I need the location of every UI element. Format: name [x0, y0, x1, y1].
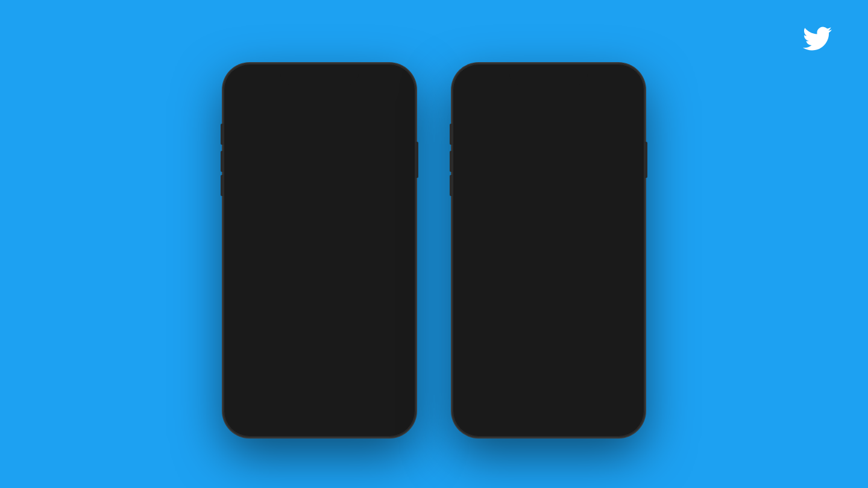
phone2-pinned-label: Pinned Tweet [473, 274, 624, 282]
svg-rect-15 [615, 78, 623, 82]
phone2-tab-replies[interactable]: Tweets & Replies [507, 241, 549, 269]
svg-rect-11 [596, 78, 597, 83]
phone2-profile-name: Affiliated Individ... [465, 203, 632, 214]
phone1-following-count: 1.6K [236, 227, 251, 235]
svg-rect-5 [397, 78, 398, 81]
phone1-tweet-name: Affiliated Business [270, 286, 330, 293]
phone1-profile-section: Follow [228, 146, 411, 366]
phone1-tweet-more[interactable]: ··· [388, 296, 395, 305]
phone2-time: 9:41 [470, 77, 485, 85]
phone1-notch [280, 69, 359, 85]
phone1-tweet-gold-badge: ✓ [332, 285, 340, 294]
phone1-follow-stats: 1.6K Following 1.2M Followers [236, 227, 403, 235]
phone1-tweet-area: Pinned Tweet Affiliated Business ✓ [236, 270, 403, 360]
phone2-tweet-name: Affiliated Individual [499, 286, 560, 293]
phone2-screen: 9:41 [457, 68, 640, 433]
phone2-back-button[interactable]: ← [464, 95, 482, 113]
phone2-tweet-handle: @Affili... [582, 286, 607, 293]
phone2-signal-icon [590, 77, 600, 84]
phone1-back-button[interactable]: ← [235, 95, 253, 113]
phone1-tabs: Tweets Tweets & Replies Media Likes [236, 241, 403, 270]
phone2-badge-popup [465, 176, 508, 197]
twitter-logo [803, 24, 832, 60]
phone1: 9:41 [223, 63, 416, 437]
phone2-tweet-time: · 1h [609, 286, 620, 293]
phone2-tweet-avatar [473, 285, 494, 307]
phone2-tweet-row: Affiliated Individual ✓ 🐦 @Affili... · 1… [473, 285, 624, 355]
phone2-tab-tweets[interactable]: Tweets [465, 241, 507, 269]
phone2: 9:41 [452, 63, 645, 437]
phone1-tab-likes[interactable]: Likes [361, 241, 403, 269]
svg-rect-1 [364, 79, 366, 83]
phone2-tweet-card [499, 322, 624, 355]
phone1-avatar-container [236, 123, 277, 164]
svg-rect-9 [590, 80, 592, 83]
phone2-message-button[interactable] [562, 151, 582, 171]
svg-rect-0 [361, 80, 363, 83]
phone1-following-label: Following [254, 227, 286, 235]
phone2-tweet-area: Pinned Tweet Affiliated Individual ✓ [465, 270, 632, 360]
phone2-tweet-header: Affiliated Individual ✓ 🐦 @Affili... · 1… [499, 285, 624, 305]
phone2-following-label: Following [483, 227, 515, 235]
phone2-wifi-icon [602, 77, 611, 84]
phone2-retweet-button[interactable] [538, 151, 558, 171]
phone2-avatar [465, 123, 506, 164]
phone1-banner-nav: ← ··· [235, 95, 404, 113]
phone1-retweet-button[interactable] [309, 151, 329, 171]
phone1-more-button[interactable]: ··· [386, 95, 404, 113]
phone2-twitter-badge [488, 180, 502, 193]
phone2-avatar-container [465, 123, 506, 164]
phone2-tab-likes[interactable]: Likes [590, 241, 632, 269]
phone1-gold-badge [242, 180, 256, 193]
phone2-followers-count: 1.2M [515, 227, 532, 235]
svg-rect-14 [626, 78, 627, 81]
phone1-follow-button[interactable]: Follow [357, 152, 403, 170]
svg-rect-10 [593, 79, 595, 83]
phone1-tweet-avatar [244, 285, 265, 307]
phone2-more-button[interactable]: ··· [615, 95, 633, 113]
phone1-status-icons [361, 77, 398, 84]
phone2-tweet-text: Thank you for all of your support! [499, 307, 624, 317]
phone2-battery-icon [614, 77, 627, 84]
phone2-follow-button[interactable]: Follow [586, 152, 632, 170]
phone1-tweet-text: Thank you for all of your support! [270, 307, 395, 317]
phone2-profile-section: Follow [457, 146, 640, 366]
phone2-tab-media[interactable]: Media [549, 241, 590, 269]
svg-rect-2 [366, 78, 368, 83]
phone1-profile-handle: @AffiliatedBusiness [236, 215, 403, 223]
phone1-tweet-row: Affiliated Business ✓ 🐦 @Affili... · 1h … [244, 285, 395, 355]
phone1-tweet-tw-badge: 🐦 [342, 285, 350, 294]
phone1-pinned-label: Pinned Tweet [244, 274, 395, 282]
phone2-tweet-content: Affiliated Individual ✓ 🐦 @Affili... · 1… [499, 285, 624, 355]
phone2-followers-label: Followers [533, 227, 564, 235]
phone2-profile-handle: @AffiliatedIndividual [465, 215, 632, 223]
phone2-status-icons [590, 77, 627, 84]
phone1-tweet-time: · 1h [379, 286, 389, 293]
phone2-tweet-blue-badge: ✓ [562, 285, 570, 294]
phone1-tab-tweets[interactable]: Tweets [236, 241, 278, 269]
phone1-screen: 9:41 [228, 68, 411, 433]
phone1-battery-icon [385, 77, 398, 84]
phone1-tweet-header: Affiliated Business ✓ 🐦 @Affili... · 1h … [270, 285, 395, 305]
phone1-badge-popup [236, 176, 278, 197]
phone1-message-button[interactable] [333, 151, 353, 171]
svg-rect-6 [386, 78, 394, 82]
phone2-tweet-more[interactable]: ··· [617, 296, 624, 305]
phone1-tab-replies[interactable]: Tweets & Replies [278, 241, 319, 269]
phone2-banner-nav: ← ··· [464, 95, 633, 113]
phone1-twitter-badge [259, 180, 272, 193]
phone2-tweet-tw-badge: 🐦 [572, 285, 580, 294]
phone2-notch [509, 69, 588, 85]
phone1-wifi-icon [373, 77, 382, 84]
phone1-followers-count: 1.2M [286, 227, 303, 235]
phone1-avatar [236, 123, 277, 164]
phone2-tabs: Tweets Tweets & Replies Media Likes [465, 241, 632, 270]
phones-container: 9:41 [223, 63, 645, 437]
phone1-signal-icon [361, 77, 371, 84]
phone1-followers-label: Followers [304, 227, 335, 235]
svg-rect-3 [370, 77, 371, 83]
phone1-tab-media[interactable]: Media [319, 241, 361, 269]
phone2-follow-stats: 1.6K Following 1.2M Followers [465, 227, 632, 235]
phone1-tweet-content: Affiliated Business ✓ 🐦 @Affili... · 1h … [270, 285, 395, 355]
phone2-following-count: 1.6K [465, 227, 480, 235]
